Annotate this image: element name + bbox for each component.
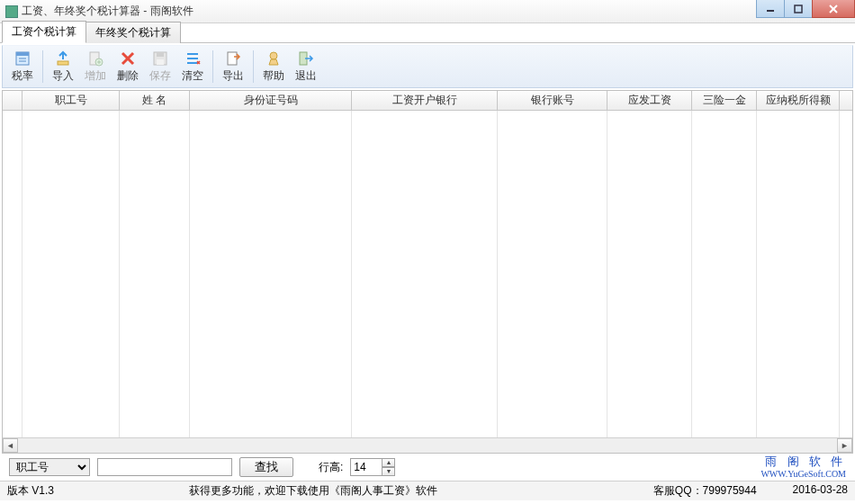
column-header[interactable]: 工资开户银行 (352, 91, 498, 110)
search-input[interactable] (97, 458, 232, 476)
help-button[interactable]: 帮助 (257, 48, 290, 86)
grid-header: 职工号姓 名身份证号码工资开户银行银行账号应发工资三险一金应纳税所得额 (3, 91, 852, 111)
delete-icon (120, 50, 136, 67)
search-bar: 职工号 查找 行高: ▲ ▼ 雨 阁 软 件 WWW.YuGeSoft.COM (0, 454, 855, 481)
column-header[interactable]: 应纳税所得额 (757, 91, 840, 110)
column-header[interactable]: 职工号 (22, 91, 120, 110)
toolbar: 税率 导入 增加 删除 保存 清空 导出 帮助 退出 (2, 45, 853, 88)
status-bar: 版本 V1.3 获得更多功能，欢迎下载使用《雨阁人事工资》软件 客服QQ：799… (0, 481, 855, 500)
exit-button[interactable]: 退出 (290, 48, 322, 86)
toolbar-separator (42, 50, 43, 83)
column-header[interactable]: 银行账号 (498, 91, 608, 110)
scroll-right-button[interactable]: ► (837, 438, 852, 453)
tab-label: 工资个税计算 (12, 25, 76, 38)
row-height-spinner[interactable]: ▲ ▼ (350, 458, 395, 476)
column-header[interactable] (3, 91, 22, 110)
date-label: 2016-03-28 (793, 483, 848, 499)
column-body (190, 111, 352, 437)
column-body (608, 111, 692, 437)
column-header[interactable]: 应发工资 (608, 91, 692, 110)
help-icon (266, 50, 282, 67)
column-header[interactable]: 身份证号码 (190, 91, 352, 110)
column-body (352, 111, 498, 437)
svg-rect-1 (795, 5, 802, 13)
add-icon (87, 50, 104, 67)
tab-bonus-tax[interactable]: 年终奖个税计算 (86, 22, 181, 43)
clear-button[interactable]: 清空 (176, 48, 209, 86)
svg-rect-5 (16, 52, 29, 56)
svg-rect-16 (157, 52, 164, 57)
svg-rect-21 (228, 52, 237, 65)
row-height-label: 行高: (319, 460, 343, 475)
save-icon (152, 50, 168, 67)
exit-icon (298, 50, 314, 67)
rate-button[interactable]: 税率 (6, 48, 39, 86)
version-label: 版本 V1.3 (7, 483, 54, 499)
clear-icon (184, 50, 201, 67)
column-body (22, 111, 120, 437)
column-body (757, 111, 840, 437)
horizontal-scrollbar[interactable]: ◄ ► (3, 437, 852, 453)
spin-up-button[interactable]: ▲ (382, 458, 395, 467)
column-header[interactable]: 姓 名 (120, 91, 190, 110)
export-icon (225, 50, 241, 67)
import-icon (55, 50, 71, 67)
svg-point-22 (270, 52, 277, 59)
close-button[interactable] (812, 0, 855, 18)
brand: 雨 阁 软 件 WWW.YuGeSoft.COM (760, 455, 846, 478)
maximize-button[interactable] (784, 0, 813, 18)
scroll-track[interactable] (18, 438, 837, 453)
scroll-left-button[interactable]: ◄ (3, 438, 18, 453)
delete-button[interactable]: 删除 (112, 48, 144, 86)
titlebar: 工资、年终奖个税计算器 - 雨阁软件 (0, 0, 855, 23)
window-title: 工资、年终奖个税计算器 - 雨阁软件 (22, 4, 757, 19)
app-icon (5, 5, 18, 18)
add-button[interactable]: 增加 (79, 48, 112, 86)
row-height-input[interactable] (350, 458, 382, 476)
tab-label: 年终奖个税计算 (95, 26, 171, 39)
spin-down-button[interactable]: ▼ (382, 467, 395, 476)
promo-text: 获得更多功能，欢迎下载使用《雨阁人事工资》软件 (189, 483, 437, 499)
column-body (120, 111, 190, 437)
import-button[interactable]: 导入 (47, 48, 79, 86)
save-button[interactable]: 保存 (144, 48, 176, 86)
search-button[interactable]: 查找 (239, 457, 293, 477)
svg-rect-8 (58, 61, 68, 65)
search-field-select[interactable]: 职工号 (9, 458, 90, 476)
tab-salary-tax[interactable]: 工资个税计算 (2, 21, 86, 43)
minimize-button[interactable] (756, 0, 785, 18)
tab-bar: 工资个税计算 年终奖个税计算 (0, 23, 855, 43)
toolbar-separator (253, 50, 254, 83)
toolbar-separator (212, 50, 213, 83)
export-button[interactable]: 导出 (217, 48, 249, 86)
column-header[interactable]: 三险一金 (692, 91, 757, 110)
column-body (3, 111, 22, 437)
grid-body[interactable] (3, 111, 852, 437)
svg-rect-17 (157, 59, 164, 65)
rate-icon (14, 50, 31, 67)
column-body (498, 111, 608, 437)
data-grid: 职工号姓 名身份证号码工资开户银行银行账号应发工资三险一金应纳税所得额 ◄ ► (2, 90, 853, 454)
column-body (692, 111, 757, 437)
qq-info: 客服QQ：799975944 (653, 483, 757, 499)
